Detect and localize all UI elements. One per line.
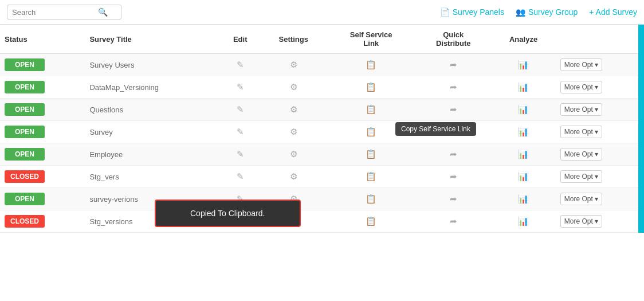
analyze-icon[interactable]: 📊 xyxy=(518,104,529,115)
self-service-link-icon[interactable]: 📋 xyxy=(366,127,376,137)
more-options-button[interactable]: More Opt ▾ xyxy=(560,193,602,205)
quick-distribute-icon[interactable]: ➦ xyxy=(450,216,457,226)
more-options-button[interactable]: More Opt ▾ xyxy=(560,126,602,138)
search-input[interactable] xyxy=(12,8,98,17)
settings-icon[interactable]: ⚙ xyxy=(290,60,297,70)
survey-group-link[interactable]: 👥 Survey Group xyxy=(516,7,578,17)
self-service-cell: 📋 xyxy=(327,121,415,143)
status-badge: OPEN xyxy=(5,193,45,205)
edit-icon[interactable]: ✎ xyxy=(237,60,244,70)
more-options-cell: More Opt ▾ xyxy=(556,188,644,210)
analyze-cell: 📊 xyxy=(491,166,555,188)
edit-icon[interactable]: ✎ xyxy=(237,149,244,159)
analyze-icon[interactable]: 📊 xyxy=(518,216,529,226)
title-cell: Stg_vers xyxy=(85,166,220,188)
analyze-cell: 📊 xyxy=(491,188,555,210)
self-service-link-icon[interactable]: 📋 xyxy=(366,149,376,159)
col-header-self-service: Self ServiceLink xyxy=(327,25,415,54)
edit-icon[interactable]: ✎ xyxy=(237,104,244,115)
more-options-button[interactable]: More Opt ▾ xyxy=(560,215,602,228)
survey-group-label: Survey Group xyxy=(528,7,578,17)
self-service-cell: 📋 xyxy=(327,99,415,121)
quick-distribute-icon[interactable]: ➦ xyxy=(450,60,457,70)
status-cell: CLOSED xyxy=(0,210,85,233)
quick-distribute-cell: ➦ xyxy=(415,166,491,188)
scrollbar[interactable] xyxy=(638,25,644,233)
self-service-link-icon[interactable]: 📋 xyxy=(366,216,376,226)
quick-distribute-icon[interactable]: ➦ xyxy=(450,149,457,159)
status-badge: CLOSED xyxy=(5,170,45,183)
table-row: OPEN Survey ✎ ⚙ 📋 ➦ 📊 More Opt ▾ xyxy=(0,121,644,143)
edit-cell: ✎ xyxy=(220,121,260,143)
self-service-link-icon[interactable]: 📋 xyxy=(366,82,376,92)
settings-icon[interactable]: ⚙ xyxy=(290,104,297,115)
self-service-cell: 📋 xyxy=(327,54,415,76)
col-header-title: Survey Title xyxy=(85,25,220,54)
self-service-link-icon[interactable]: 📋 xyxy=(366,194,376,204)
self-service-cell: 📋 xyxy=(327,76,415,99)
settings-cell: ⚙ xyxy=(260,99,327,121)
more-options-button[interactable]: More Opt ▾ xyxy=(560,148,602,161)
quick-distribute-icon[interactable]: ➦ xyxy=(450,104,457,115)
survey-title: Survey Users xyxy=(89,61,134,69)
survey-title: survey-verions xyxy=(89,195,138,204)
quick-distribute-icon[interactable]: ➦ xyxy=(450,194,457,204)
add-survey-button[interactable]: + Add Survey xyxy=(589,7,637,17)
settings-icon[interactable]: ⚙ xyxy=(290,127,297,137)
settings-cell: ⚙ xyxy=(260,121,327,143)
edit-icon[interactable]: ✎ xyxy=(237,82,244,92)
edit-cell: ✎ xyxy=(220,143,260,166)
status-cell: OPEN xyxy=(0,99,85,121)
survey-panels-link[interactable]: 📄 Survey Panels xyxy=(440,7,504,17)
content-wrapper: Status Survey Title Edit Settings Self S… xyxy=(0,25,644,233)
table-container: Status Survey Title Edit Settings Self S… xyxy=(0,25,644,233)
survey-panels-icon: 📄 xyxy=(440,7,450,17)
status-cell: OPEN xyxy=(0,121,85,143)
more-options-button[interactable]: More Opt ▾ xyxy=(560,103,602,116)
quick-distribute-cell: ➦ xyxy=(415,188,491,210)
status-cell: OPEN xyxy=(0,143,85,166)
analyze-icon[interactable]: 📊 xyxy=(518,194,529,204)
analyze-icon[interactable]: 📊 xyxy=(518,127,529,137)
table-row: OPEN Questions ✎ ⚙ 📋 ➦ 📊 More Opt ▾ xyxy=(0,99,644,121)
search-wrapper[interactable]: 🔍 xyxy=(7,5,121,19)
settings-icon[interactable]: ⚙ xyxy=(290,171,297,182)
self-service-link-icon[interactable]: 📋 xyxy=(366,104,376,115)
title-cell: DataMap_Versioning xyxy=(85,76,220,99)
quick-distribute-cell: ➦ xyxy=(415,99,491,121)
self-service-link-icon[interactable]: 📋 xyxy=(366,171,376,182)
edit-cell: ✎ xyxy=(220,99,260,121)
analyze-icon[interactable]: 📊 xyxy=(518,149,529,159)
survey-panels-label: Survey Panels xyxy=(453,7,504,17)
self-service-link-icon[interactable]: 📋 xyxy=(366,60,376,70)
edit-icon[interactable]: ✎ xyxy=(237,127,244,137)
more-options-button[interactable]: More Opt ▾ xyxy=(560,170,602,183)
settings-icon[interactable]: ⚙ xyxy=(290,82,297,92)
analyze-icon[interactable]: 📊 xyxy=(518,171,529,182)
status-badge: OPEN xyxy=(5,58,45,71)
more-options-cell: More Opt ▾ xyxy=(556,121,644,143)
settings-cell: ⚙ xyxy=(260,76,327,99)
survey-title: Employee xyxy=(89,150,123,159)
edit-icon[interactable]: ✎ xyxy=(237,171,244,182)
analyze-cell: 📊 xyxy=(491,99,555,121)
analyze-icon[interactable]: 📊 xyxy=(518,60,529,70)
more-options-button[interactable]: More Opt ▾ xyxy=(560,81,602,93)
analyze-icon[interactable]: 📊 xyxy=(518,82,529,92)
survey-title: Survey xyxy=(89,128,112,136)
survey-title: DataMap_Versioning xyxy=(89,83,159,92)
quick-distribute-icon[interactable]: ➦ xyxy=(450,82,457,92)
settings-icon[interactable]: ⚙ xyxy=(290,149,297,159)
status-cell: OPEN xyxy=(0,54,85,76)
more-options-cell: More Opt ▾ xyxy=(556,210,644,233)
table-row: CLOSED Stg_vers ✎ ⚙ 📋 ➦ 📊 More Opt ▾ xyxy=(0,166,644,188)
quick-distribute-icon[interactable]: ➦ xyxy=(450,127,457,137)
quick-distribute-icon[interactable]: ➦ xyxy=(450,171,457,182)
more-options-button[interactable]: More Opt ▾ xyxy=(560,58,602,71)
clipboard-notification: Copied To Clipboard. xyxy=(155,200,301,227)
survey-title: Stg_versions xyxy=(89,217,132,226)
edit-cell: ✎ xyxy=(220,54,260,76)
analyze-cell: 📊 xyxy=(491,121,555,143)
edit-cell: ✎ xyxy=(220,76,260,99)
status-cell: CLOSED xyxy=(0,166,85,188)
